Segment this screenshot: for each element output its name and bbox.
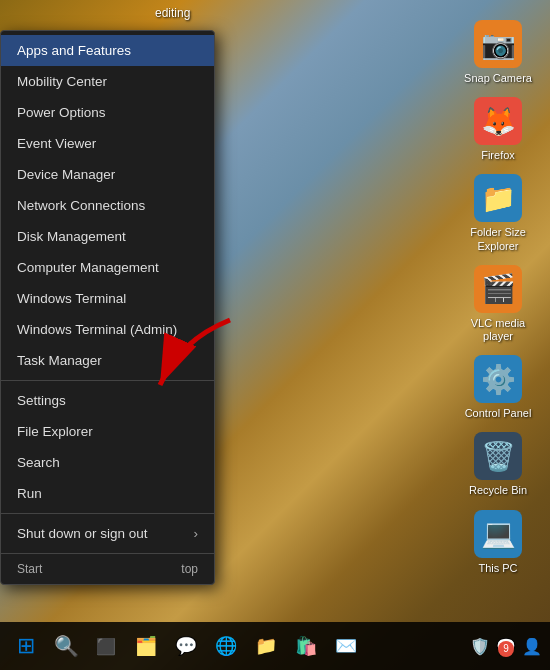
folder-size-label: Folder Size Explorer [462, 226, 534, 252]
menu-item-windows-terminal[interactable]: Windows Terminal [1, 283, 214, 314]
menu-item-windows-terminal-admin[interactable]: Windows Terminal (Admin) [1, 314, 214, 345]
menu-separator-2 [1, 513, 214, 514]
message-taskbar[interactable]: 💬 9 [496, 637, 516, 656]
desktop-icon-control-panel[interactable]: ⚙️ Control Panel [462, 355, 534, 420]
firefox-label: Firefox [481, 149, 515, 162]
menu-item-apps-features[interactable]: Apps and Features [1, 35, 214, 66]
recycle-bin-icon: 🗑️ [474, 432, 522, 480]
taskbar-file-explorer[interactable]: 📁 [248, 628, 284, 664]
taskbar-task-view[interactable]: ⬛ [88, 628, 124, 664]
user-avatar-taskbar[interactable]: 👤 [522, 637, 542, 656]
recycle-bin-label: Recycle Bin [469, 484, 527, 497]
menu-item-search[interactable]: Search [1, 447, 214, 478]
taskbar-teams[interactable]: 💬 [168, 628, 204, 664]
user-icon: 👤 [522, 638, 542, 655]
desktop-icon-firefox[interactable]: 🦊 Firefox [462, 97, 534, 162]
taskbar-widgets[interactable]: 🗂️ [128, 628, 164, 664]
menu-item-device-manager[interactable]: Device Manager [1, 159, 214, 190]
desktop-icon-vlc[interactable]: 🎬 VLC media player [462, 265, 534, 343]
taskbar-mail[interactable]: ✉️ [328, 628, 364, 664]
menu-item-settings[interactable]: Settings [1, 385, 214, 416]
vlc-label: VLC media player [462, 317, 534, 343]
desktop-icon-recycle-bin[interactable]: 🗑️ Recycle Bin [462, 432, 534, 497]
desktop: editing 📷 Snap Camera 🦊 Firefox 📁 Folder… [0, 0, 550, 670]
control-panel-label: Control Panel [465, 407, 532, 420]
taskbar-right: 🛡️ 💬 9 👤 [470, 637, 542, 656]
desktop-icon-snap-camera[interactable]: 📷 Snap Camera [462, 20, 534, 85]
folder-size-icon: 📁 [474, 174, 522, 222]
message-badge: 9 [498, 641, 514, 657]
menu-item-disk-management[interactable]: Disk Management [1, 221, 214, 252]
desktop-icons-container: 📷 Snap Camera 🦊 Firefox 📁 Folder Size Ex… [462, 20, 534, 575]
menu-separator-1 [1, 380, 214, 381]
menu-item-power-options[interactable]: Power Options [1, 97, 214, 128]
vlc-icon: 🎬 [474, 265, 522, 313]
control-panel-icon: ⚙️ [474, 355, 522, 403]
taskbar: ⊞ 🔍 ⬛ 🗂️ 💬 🌐 📁 🛍️ ✉️ [0, 622, 550, 670]
menu-item-file-explorer[interactable]: File Explorer [1, 416, 214, 447]
start-button[interactable]: ⊞ [8, 628, 44, 664]
menu-item-run[interactable]: Run [1, 478, 214, 509]
firefox-icon: 🦊 [474, 97, 522, 145]
context-menu: Apps and Features Mobility Center Power … [0, 30, 215, 585]
taskbar-store[interactable]: 🛍️ [288, 628, 324, 664]
menu-item-network-connections[interactable]: Network Connections [1, 190, 214, 221]
desktop-icon-folder-size[interactable]: 📁 Folder Size Explorer [462, 174, 534, 252]
desktop-icon-this-pc[interactable]: 💻 This PC [462, 510, 534, 575]
antivirus-taskbar[interactable]: 🛡️ [470, 637, 490, 656]
menu-item-task-manager[interactable]: Task Manager [1, 345, 214, 376]
menu-item-computer-management[interactable]: Computer Management [1, 252, 214, 283]
antivirus-icon: 🛡️ [470, 638, 490, 655]
menu-item-mobility-center[interactable]: Mobility Center [1, 66, 214, 97]
editing-hint: editing [155, 6, 190, 20]
this-pc-label: This PC [478, 562, 517, 575]
snap-camera-label: Snap Camera [464, 72, 532, 85]
submenu-arrow-icon: › [194, 526, 199, 541]
menu-item-event-viewer[interactable]: Event Viewer [1, 128, 214, 159]
taskbar-edge[interactable]: 🌐 [208, 628, 244, 664]
menu-item-shut-down[interactable]: Shut down or sign out › [1, 518, 214, 549]
this-pc-icon: 💻 [474, 510, 522, 558]
snap-camera-icon: 📷 [474, 20, 522, 68]
menu-separator-3 [1, 553, 214, 554]
taskbar-search-icon[interactable]: 🔍 [48, 628, 84, 664]
menu-item-start[interactable]: Start top [1, 558, 214, 580]
